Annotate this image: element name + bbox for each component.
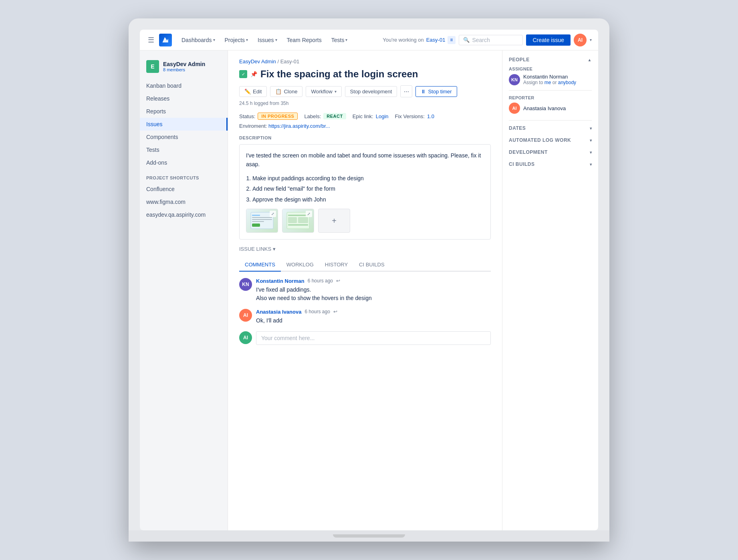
- issue-links-row: ISSUE LINKS ▾: [239, 246, 491, 252]
- nav-projects[interactable]: Projects ▾: [222, 35, 252, 45]
- thumbnail-1[interactable]: ⤢: [246, 209, 278, 233]
- comment-input-row: AI Your comment here...: [239, 331, 491, 345]
- people-section-header[interactable]: PEOPLE ▲: [509, 57, 592, 62]
- fix-versions-item: Fix Versions: 1.0: [395, 113, 435, 119]
- stop-timer-button[interactable]: ⏸ Stop timer: [415, 86, 457, 97]
- comment-author-2[interactable]: Anastasia Ivanova: [256, 309, 301, 315]
- fix-versions-prefix: Fix Versions:: [395, 113, 425, 119]
- development-section: DEVELOPMENT ▾: [509, 149, 592, 155]
- thumbnail-2[interactable]: ⤢: [282, 209, 314, 233]
- dates-section-header[interactable]: DATES ▾: [509, 125, 592, 131]
- issue-type-icon: ✓: [239, 70, 247, 78]
- description-label: DESCRIPTION: [239, 135, 491, 140]
- sidebar-item-tests[interactable]: Tests: [140, 143, 228, 156]
- chevron-down-icon: ▾: [213, 38, 215, 42]
- labels-item: Labels: REACT: [304, 113, 346, 119]
- breadcrumb-separator: /: [277, 58, 280, 64]
- list-item: Make input paddings according to the des…: [252, 174, 484, 183]
- sidebar-item-issues[interactable]: Issues: [140, 118, 228, 131]
- nav-issues[interactable]: Issues ▾: [254, 35, 280, 45]
- fix-versions-link[interactable]: 1.0: [427, 113, 434, 119]
- environment-link[interactable]: https://jira.aspirity.com/br...: [268, 123, 330, 129]
- comment-avatar-kn: KN: [239, 278, 252, 291]
- divider: [509, 90, 592, 91]
- automated-log-section-header[interactable]: AUTOMATED LOG WORK ▾: [509, 137, 592, 143]
- breadcrumb-current: Easy-01: [280, 58, 300, 64]
- clone-button[interactable]: 📋 Clone: [270, 86, 302, 97]
- comment-content-2: Anastasia Ivanova 6 hours ago ↩ Ok, I'll…: [256, 309, 491, 325]
- tabs-row: COMMENTS WORKLOG HISTORY CI BUILDS: [239, 258, 491, 272]
- sidebar: E EasyDev Admin 8 members Kanban board R…: [140, 50, 228, 530]
- comment-input[interactable]: Your comment here...: [256, 331, 491, 345]
- add-thumbnail-button[interactable]: +: [318, 209, 350, 233]
- app-logo: [159, 34, 172, 46]
- sidebar-item-reports[interactable]: Reports: [140, 105, 228, 118]
- comment-content-1: Konstantin Norman 6 hours ago ↩ I've fix…: [256, 278, 491, 302]
- search-input[interactable]: 🔍 Search: [459, 35, 523, 45]
- svg-rect-7: [288, 215, 308, 216]
- nav-tests[interactable]: Tests ▾: [328, 35, 351, 45]
- chevron-down-icon: ▾: [275, 38, 277, 42]
- comment-text-1: I've fixed all paddings. Also we need to…: [256, 286, 491, 302]
- shortcuts-label: PROJECT SHORTCUTS: [140, 169, 228, 183]
- nav-dashboards[interactable]: Dashboards ▾: [178, 35, 218, 45]
- hamburger-icon[interactable]: ☰: [146, 34, 156, 46]
- labels-prefix: Labels:: [304, 113, 321, 119]
- breadcrumb-parent[interactable]: EasyDev Admin: [239, 58, 276, 64]
- comment-header-2: Anastasia Ivanova 6 hours ago ↩: [256, 309, 491, 315]
- workflow-button[interactable]: Workflow ▾: [306, 86, 341, 97]
- project-icon: E: [146, 60, 159, 73]
- issue-header: ✓ 📌 Fix the spacing at the login screen: [239, 68, 491, 80]
- reply-icon-2[interactable]: ↩: [333, 309, 337, 314]
- user-avatar-nav[interactable]: AI: [574, 34, 587, 46]
- sidebar-item-addons[interactable]: Add-ons: [140, 156, 228, 169]
- tab-comments[interactable]: COMMENTS: [239, 258, 281, 272]
- working-on-indicator: You're working on Easy-01 ⏸: [383, 36, 456, 44]
- assignee-row: KN Konstantin Norman Assign to me or any…: [509, 74, 592, 85]
- sidebar-item-releases[interactable]: Releases: [140, 92, 228, 105]
- edit-button[interactable]: ✏️ Edit: [239, 86, 267, 97]
- issue-meta: Status: IN PROGRESS Labels: REACT Epic l…: [239, 113, 491, 120]
- user-menu-chevron[interactable]: ▾: [590, 38, 592, 42]
- issue-title: Fix the spacing at the login screen: [260, 68, 418, 80]
- assignee-info: Konstantin Norman Assign to me or anybod…: [523, 74, 592, 85]
- sidebar-project: E EasyDev Admin 8 members: [140, 57, 228, 79]
- comment-avatar-ai: AI: [239, 309, 252, 322]
- development-section-header[interactable]: DEVELOPMENT ▾: [509, 149, 592, 155]
- tab-worklog[interactable]: WORKLOG: [281, 258, 319, 272]
- chevron-down-icon: ▾: [273, 246, 276, 252]
- svg-rect-4: [252, 221, 264, 222]
- comment-time-2: 6 hours ago: [304, 309, 330, 314]
- breadcrumb: EasyDev Admin / Easy-01: [239, 58, 491, 64]
- tab-history[interactable]: HISTORY: [319, 258, 353, 272]
- ci-builds-section-header[interactable]: CI BUILDS ▾: [509, 161, 592, 167]
- create-issue-button[interactable]: Create issue: [526, 34, 571, 46]
- nav-team-reports[interactable]: Team Reports: [284, 35, 325, 45]
- assign-me-link[interactable]: me: [544, 80, 551, 85]
- tab-ci-builds[interactable]: CI BUILDS: [353, 258, 390, 272]
- shortcut-confluence[interactable]: Confluence: [140, 183, 228, 195]
- assignee-label: ASSIGNEE: [509, 66, 592, 71]
- assignee-links: Assign to me or anybody: [523, 80, 592, 85]
- shortcut-figma[interactable]: www.figma.com: [140, 195, 228, 208]
- chevron-down-icon: ▾: [345, 38, 347, 42]
- comment-author-1[interactable]: Konstantin Norman: [256, 278, 304, 284]
- epic-link[interactable]: Login: [376, 113, 389, 119]
- sidebar-item-kanban[interactable]: Kanban board: [140, 79, 228, 92]
- add-icon: +: [332, 214, 337, 227]
- issue-actions: ✏️ Edit 📋 Clone Workflow ▾ Stop developm…: [239, 85, 491, 106]
- shortcut-easydev[interactable]: easydev.qa.aspirity.com: [140, 208, 228, 221]
- stop-development-button[interactable]: Stop development: [345, 86, 397, 97]
- assign-anybody-link[interactable]: anybody: [558, 80, 576, 85]
- top-navigation: ☰ Dashboards ▾ Projects ▾ Issues ▾ Team …: [140, 30, 598, 50]
- more-button[interactable]: ⋯: [400, 85, 412, 97]
- chevron-down-icon: ▾: [590, 126, 592, 131]
- status-prefix: Status:: [239, 113, 255, 119]
- people-section: PEOPLE ▲ ASSIGNEE KN Konstantin Norman A…: [509, 57, 592, 114]
- sidebar-item-components[interactable]: Components: [140, 131, 228, 143]
- svg-rect-3: [252, 219, 272, 220]
- svg-rect-2: [252, 217, 272, 218]
- reply-icon-1[interactable]: ↩: [336, 278, 340, 284]
- list-item: Add new field "email" for the form: [252, 184, 484, 193]
- chevron-up-icon: ▲: [588, 58, 592, 62]
